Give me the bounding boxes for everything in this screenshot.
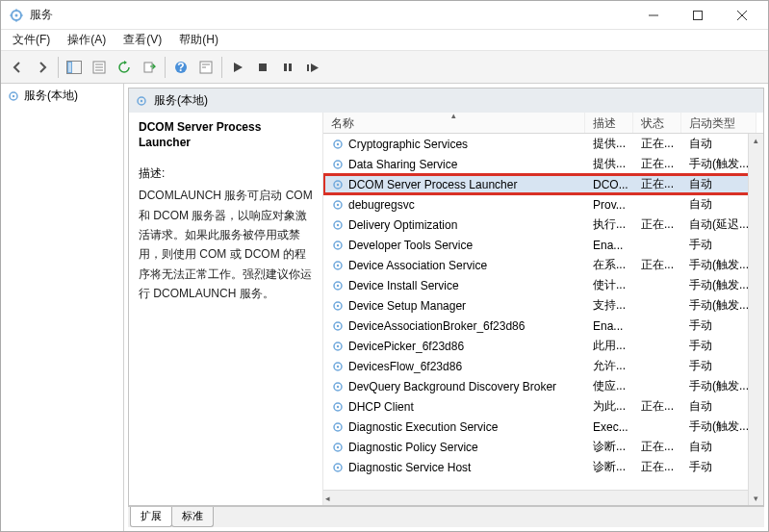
svg-point-31 [337,142,339,144]
service-status: 正在... [633,398,681,415]
service-row[interactable]: DevicesFlow_6f23d86允许...手动 [323,356,763,376]
tab-extended[interactable]: 扩展 [130,507,172,527]
service-row[interactable]: Device Setup Manager支持...手动(触发... [323,295,763,316]
service-row[interactable]: DHCP Client为此...正在...自动 [323,396,763,417]
svg-point-27 [13,94,14,96]
tree-item-services-local[interactable]: 服务(本地) [1,84,123,108]
description-text: DCOMLAUNCH 服务可启动 COM 和 DCOM 服务器，以响应对象激活请… [139,186,313,303]
service-startup: 手动 [681,317,756,334]
gear-icon [331,239,345,252]
tab-standard[interactable]: 标准 [171,507,214,527]
svg-point-37 [337,203,339,205]
horizontal-scrollbar[interactable]: ◂ ▸ [323,490,763,505]
column-header-status[interactable]: 状态 [633,113,681,133]
tree-item-label: 服务(本地) [24,88,78,104]
service-row[interactable]: Device Install Service使计...手动(触发... [323,275,763,295]
view-tabs: 扩展 标准 [128,506,764,527]
svg-point-43 [337,264,339,266]
properties-button[interactable] [88,56,111,79]
close-button[interactable] [720,1,764,30]
service-row[interactable]: Developer Tools ServiceEna...手动 [323,235,763,255]
service-row[interactable]: Diagnostic Service Host诊断...正在...手动 [323,457,763,477]
pane-header-label: 服务(本地) [154,92,208,109]
service-name: Device Setup Manager [348,299,466,313]
service-startup: 自动(延迟... [681,216,756,233]
minimize-button[interactable] [631,1,676,30]
help-button[interactable]: ? [169,56,192,79]
maximize-button[interactable] [676,1,720,30]
service-desc: Exec... [585,420,633,434]
service-name: debugregsvc [348,198,415,212]
service-name: Diagnostic Service Host [348,461,471,474]
service-row[interactable]: DeviceAssociationBroker_6f23d86Ena...手动 [323,316,763,336]
svg-rect-25 [307,64,309,71]
svg-point-61 [337,445,339,447]
service-startup: 手动 [681,459,756,475]
pause-service-button[interactable] [276,56,299,79]
service-startup: 自动 [681,136,756,152]
column-header-name[interactable]: 名称 ▴ [323,113,585,133]
show-hide-tree-button[interactable] [63,56,86,79]
window-title: 服务 [30,7,631,23]
svg-point-63 [337,466,339,468]
restart-service-button[interactable] [301,56,324,79]
service-name: Delivery Optimization [348,218,457,232]
export-button[interactable] [138,56,161,79]
gear-icon [331,420,345,434]
service-row[interactable]: Data Sharing Service提供...正在...手动(触发... [323,154,763,174]
menu-file[interactable]: 文件(F) [5,30,58,50]
menu-view[interactable]: 查看(V) [115,30,169,50]
scroll-down-icon: ▾ [754,494,758,503]
service-list: 名称 ▴ 描述 状态 启动类型 Cryptographic Services提供… [323,113,763,505]
forward-button[interactable] [31,56,54,79]
app-icon [9,8,24,23]
start-service-button[interactable] [226,56,249,79]
stop-service-button[interactable] [251,56,274,79]
menu-help[interactable]: 帮助(H) [171,30,226,50]
svg-point-47 [337,304,339,306]
service-status: 正在... [633,156,681,172]
service-row[interactable]: DCOM Server Process LauncherDCO...正在...自… [323,174,763,194]
properties-button-2[interactable] [194,56,218,79]
service-startup: 手动 [681,338,756,354]
svg-point-53 [337,365,339,367]
svg-rect-22 [259,63,267,71]
menu-action[interactable]: 操作(A) [60,30,114,50]
refresh-button[interactable] [113,56,136,79]
gear-icon [331,158,345,171]
service-name: Device Install Service [348,279,459,292]
svg-point-29 [141,99,142,101]
service-row[interactable]: Diagnostic Policy Service诊断...正在...自动 [323,437,763,457]
service-row[interactable]: Delivery Optimization执行...正在...自动(延迟... [323,215,763,235]
service-name: DevQuery Background Discovery Broker [348,380,556,393]
titlebar: 服务 [1,1,768,30]
service-row[interactable]: Device Association Service在系...正在...手动(触… [323,255,763,275]
svg-point-39 [337,223,339,225]
service-startup: 手动(触发... [681,277,756,293]
service-row[interactable]: DevicePicker_6f23d86此用...手动 [323,336,763,356]
column-header-desc[interactable]: 描述 [585,113,633,133]
vertical-scrollbar[interactable]: ▴ ▾ [748,134,763,505]
gear-icon [331,461,345,474]
svg-point-49 [337,324,339,326]
svg-point-57 [337,405,339,407]
detail-panel: DCOM Server Process Launcher 描述: DCOMLAU… [129,113,323,505]
service-status: 正在... [633,439,681,455]
service-row[interactable]: Cryptographic Services提供...正在...自动 [323,134,763,154]
selected-service-name: DCOM Server Process Launcher [139,120,313,150]
service-name: Data Sharing Service [348,158,457,171]
column-header-startup[interactable]: 启动类型 [681,113,756,133]
tree-pane: 服务(本地) [1,84,124,531]
gear-icon [331,259,345,272]
svg-text:?: ? [177,61,184,74]
service-row[interactable]: DevQuery Background Discovery Broker使应..… [323,376,763,396]
service-row[interactable]: Diagnostic Execution ServiceExec...手动(触发… [323,417,763,437]
content-pane: 服务(本地) DCOM Server Process Launcher 描述: … [124,84,768,531]
toolbar: ? [1,51,768,84]
service-name: Diagnostic Policy Service [348,441,478,454]
service-desc: 允许... [585,358,633,374]
service-desc: 诊断... [585,459,633,475]
back-button[interactable] [6,56,29,79]
service-row[interactable]: debugregsvcProv...自动 [323,194,763,215]
scroll-up-icon: ▴ [754,136,758,145]
